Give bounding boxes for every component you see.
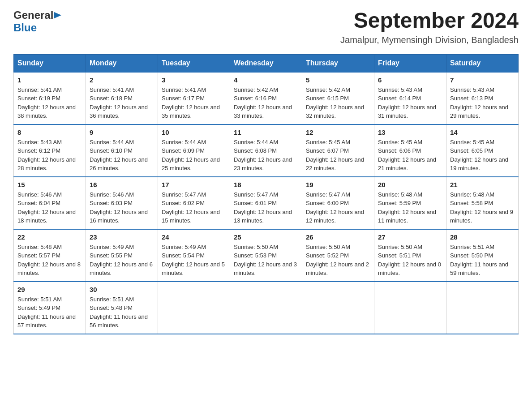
day-info: Sunrise: 5:42 AM Sunset: 6:16 PM Dayligh… <box>234 86 298 120</box>
day-number: 26 <box>306 233 370 241</box>
logo-blue-text: Blue <box>13 21 37 34</box>
table-row: 19 Sunrise: 5:47 AM Sunset: 6:00 PM Dayl… <box>302 177 374 229</box>
day-number: 23 <box>90 233 154 241</box>
table-row: 24 Sunrise: 5:49 AM Sunset: 5:54 PM Dayl… <box>158 229 230 282</box>
day-number: 4 <box>234 76 298 84</box>
table-row: 3 Sunrise: 5:41 AM Sunset: 6:17 PM Dayli… <box>158 72 230 124</box>
svg-marker-0 <box>54 12 61 18</box>
table-row: 5 Sunrise: 5:42 AM Sunset: 6:15 PM Dayli… <box>302 72 374 124</box>
table-row: 9 Sunrise: 5:44 AM Sunset: 6:10 PM Dayli… <box>86 124 158 177</box>
day-number: 9 <box>90 128 154 136</box>
calendar-week-3: 15 Sunrise: 5:46 AM Sunset: 6:04 PM Dayl… <box>14 177 519 229</box>
logo: General Blue <box>13 9 62 34</box>
table-row <box>230 282 302 334</box>
day-number: 19 <box>306 181 370 188</box>
table-row: 7 Sunrise: 5:43 AM Sunset: 6:13 PM Dayli… <box>446 72 519 124</box>
day-info: Sunrise: 5:42 AM Sunset: 6:15 PM Dayligh… <box>306 86 370 120</box>
day-info: Sunrise: 5:51 AM Sunset: 5:48 PM Dayligh… <box>90 295 154 330</box>
day-info: Sunrise: 5:48 AM Sunset: 5:59 PM Dayligh… <box>378 190 442 225</box>
table-row: 15 Sunrise: 5:46 AM Sunset: 6:04 PM Dayl… <box>14 177 86 229</box>
table-row: 4 Sunrise: 5:42 AM Sunset: 6:16 PM Dayli… <box>230 72 302 124</box>
day-info: Sunrise: 5:51 AM Sunset: 5:50 PM Dayligh… <box>450 243 515 278</box>
day-info: Sunrise: 5:51 AM Sunset: 5:49 PM Dayligh… <box>17 295 82 330</box>
day-number: 16 <box>90 181 154 188</box>
table-row: 26 Sunrise: 5:50 AM Sunset: 5:52 PM Dayl… <box>302 229 374 282</box>
table-row: 22 Sunrise: 5:48 AM Sunset: 5:57 PM Dayl… <box>14 229 86 282</box>
day-info: Sunrise: 5:50 AM Sunset: 5:53 PM Dayligh… <box>234 243 298 278</box>
day-number: 25 <box>234 233 298 241</box>
table-row: 16 Sunrise: 5:46 AM Sunset: 6:03 PM Dayl… <box>86 177 158 229</box>
day-number: 24 <box>162 233 226 241</box>
day-info: Sunrise: 5:46 AM Sunset: 6:04 PM Dayligh… <box>17 190 82 225</box>
table-row: 14 Sunrise: 5:45 AM Sunset: 6:05 PM Dayl… <box>446 124 519 177</box>
day-number: 5 <box>306 76 370 84</box>
day-number: 29 <box>17 286 82 293</box>
calendar-week-4: 22 Sunrise: 5:48 AM Sunset: 5:57 PM Dayl… <box>14 229 519 282</box>
day-info: Sunrise: 5:45 AM Sunset: 6:05 PM Dayligh… <box>450 138 515 173</box>
day-info: Sunrise: 5:48 AM Sunset: 5:57 PM Dayligh… <box>17 243 82 278</box>
day-info: Sunrise: 5:48 AM Sunset: 5:58 PM Dayligh… <box>450 190 515 225</box>
day-info: Sunrise: 5:50 AM Sunset: 5:52 PM Dayligh… <box>306 243 370 278</box>
day-info: Sunrise: 5:44 AM Sunset: 6:09 PM Dayligh… <box>162 138 226 173</box>
day-info: Sunrise: 5:43 AM Sunset: 6:12 PM Dayligh… <box>17 138 82 173</box>
table-row: 2 Sunrise: 5:41 AM Sunset: 6:18 PM Dayli… <box>86 72 158 124</box>
col-wednesday: Wednesday <box>230 54 302 72</box>
day-number: 11 <box>234 128 298 136</box>
day-info: Sunrise: 5:43 AM Sunset: 6:14 PM Dayligh… <box>378 86 442 120</box>
table-row: 10 Sunrise: 5:44 AM Sunset: 6:09 PM Dayl… <box>158 124 230 177</box>
day-number: 15 <box>17 181 82 188</box>
logo-general-text: General <box>13 9 53 21</box>
day-number: 8 <box>17 128 82 136</box>
table-row: 20 Sunrise: 5:48 AM Sunset: 5:59 PM Dayl… <box>374 177 446 229</box>
day-info: Sunrise: 5:41 AM Sunset: 6:18 PM Dayligh… <box>90 86 154 120</box>
day-number: 3 <box>162 76 226 84</box>
col-friday: Friday <box>374 54 446 72</box>
table-row: 8 Sunrise: 5:43 AM Sunset: 6:12 PM Dayli… <box>14 124 86 177</box>
table-row: 21 Sunrise: 5:48 AM Sunset: 5:58 PM Dayl… <box>446 177 519 229</box>
calendar-week-1: 1 Sunrise: 5:41 AM Sunset: 6:19 PM Dayli… <box>14 72 519 124</box>
table-row <box>158 282 230 334</box>
day-number: 10 <box>162 128 226 136</box>
day-number: 1 <box>17 76 82 84</box>
day-number: 20 <box>378 181 442 188</box>
col-saturday: Saturday <box>446 54 519 72</box>
day-number: 12 <box>306 128 370 136</box>
table-row: 12 Sunrise: 5:45 AM Sunset: 6:07 PM Dayl… <box>302 124 374 177</box>
table-row: 13 Sunrise: 5:45 AM Sunset: 6:06 PM Dayl… <box>374 124 446 177</box>
table-row: 25 Sunrise: 5:50 AM Sunset: 5:53 PM Dayl… <box>230 229 302 282</box>
day-info: Sunrise: 5:47 AM Sunset: 6:02 PM Dayligh… <box>162 190 226 225</box>
day-info: Sunrise: 5:41 AM Sunset: 6:19 PM Dayligh… <box>17 86 82 120</box>
day-info: Sunrise: 5:47 AM Sunset: 6:00 PM Dayligh… <box>306 190 370 225</box>
table-row <box>446 282 519 334</box>
day-number: 13 <box>378 128 442 136</box>
calendar-header-row: Sunday Monday Tuesday Wednesday Thursday… <box>14 54 519 72</box>
day-number: 18 <box>234 181 298 188</box>
day-number: 21 <box>450 181 515 188</box>
table-row: 18 Sunrise: 5:47 AM Sunset: 6:01 PM Dayl… <box>230 177 302 229</box>
day-number: 6 <box>378 76 442 84</box>
table-row: 1 Sunrise: 5:41 AM Sunset: 6:19 PM Dayli… <box>14 72 86 124</box>
day-info: Sunrise: 5:44 AM Sunset: 6:08 PM Dayligh… <box>234 138 298 173</box>
day-info: Sunrise: 5:46 AM Sunset: 6:03 PM Dayligh… <box>90 190 154 225</box>
day-info: Sunrise: 5:41 AM Sunset: 6:17 PM Dayligh… <box>162 86 226 120</box>
day-number: 14 <box>450 128 515 136</box>
col-monday: Monday <box>86 54 158 72</box>
table-row: 6 Sunrise: 5:43 AM Sunset: 6:14 PM Dayli… <box>374 72 446 124</box>
calendar-table: Sunday Monday Tuesday Wednesday Thursday… <box>13 54 519 334</box>
day-number: 17 <box>162 181 226 188</box>
table-row: 17 Sunrise: 5:47 AM Sunset: 6:02 PM Dayl… <box>158 177 230 229</box>
col-sunday: Sunday <box>14 54 86 72</box>
day-info: Sunrise: 5:49 AM Sunset: 5:55 PM Dayligh… <box>90 243 154 278</box>
day-number: 27 <box>378 233 442 241</box>
day-info: Sunrise: 5:45 AM Sunset: 6:06 PM Dayligh… <box>378 138 442 173</box>
day-number: 7 <box>450 76 515 84</box>
day-number: 30 <box>90 286 154 293</box>
table-row: 29 Sunrise: 5:51 AM Sunset: 5:49 PM Dayl… <box>14 282 86 334</box>
col-thursday: Thursday <box>302 54 374 72</box>
logo-arrow-icon <box>54 11 61 20</box>
location-title: Jamalpur, Mymensingh Division, Banglades… <box>340 35 519 45</box>
table-row: 30 Sunrise: 5:51 AM Sunset: 5:48 PM Dayl… <box>86 282 158 334</box>
title-area: September 2024 Jamalpur, Mymensingh Divi… <box>340 9 519 45</box>
day-info: Sunrise: 5:44 AM Sunset: 6:10 PM Dayligh… <box>90 138 154 173</box>
table-row: 28 Sunrise: 5:51 AM Sunset: 5:50 PM Dayl… <box>446 229 519 282</box>
